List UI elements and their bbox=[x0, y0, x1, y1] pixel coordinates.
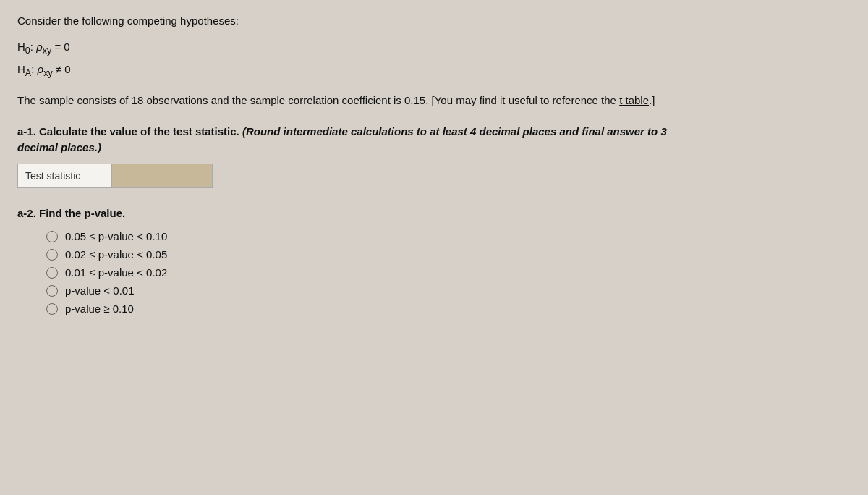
radio-circle-2 bbox=[46, 249, 58, 261]
h0-label: H0: ρxy = 0 bbox=[17, 37, 70, 59]
radio-circle-4 bbox=[46, 285, 58, 297]
a2-main-text: Find the p-value. bbox=[36, 207, 125, 219]
radio-option-3[interactable]: 0.01 ≤ p-value < 0.02 bbox=[46, 266, 668, 279]
question-a2-block: a-2. Find the p-value. 0.05 ≤ p-value < … bbox=[17, 206, 668, 316]
p-value-radio-group: 0.05 ≤ p-value < 0.10 0.02 ≤ p-value < 0… bbox=[46, 230, 668, 315]
question-a1-label-text: a-1. Calculate the value of the test sta… bbox=[17, 124, 668, 156]
radio-label-5: p-value ≥ 0.10 bbox=[65, 302, 134, 315]
a1-prefix: a-1. bbox=[17, 125, 36, 138]
a1-main-text: Calculate the value of the test statisti… bbox=[36, 125, 239, 138]
radio-label-2: 0.02 ≤ p-value < 0.05 bbox=[65, 248, 167, 261]
test-statistic-input[interactable] bbox=[111, 164, 213, 188]
ha-line: HA: ρxy ≠ 0 bbox=[17, 59, 668, 82]
a2-prefix: a-2. bbox=[17, 207, 36, 219]
radio-circle-1 bbox=[46, 231, 58, 242]
question-a1-block: a-1. Calculate the value of the test sta… bbox=[17, 124, 668, 188]
radio-option-1[interactable]: 0.05 ≤ p-value < 0.10 bbox=[46, 230, 668, 242]
main-container: Consider the following competing hypothe… bbox=[17, 14, 668, 315]
test-statistic-label: Test statistic bbox=[17, 164, 111, 188]
radio-option-4[interactable]: p-value < 0.01 bbox=[46, 284, 668, 297]
sample-text-part1: The sample consists of 18 observations a… bbox=[17, 94, 619, 106]
sample-text: The sample consists of 18 observations a… bbox=[17, 93, 668, 109]
radio-option-5[interactable]: p-value ≥ 0.10 bbox=[46, 302, 668, 315]
radio-circle-5 bbox=[46, 303, 58, 315]
a1-bold-label: a-1. Calculate the value of the test sta… bbox=[17, 125, 239, 138]
ha-label: HA: ρxy ≠ 0 bbox=[17, 59, 71, 82]
h0-line: H0: ρxy = 0 bbox=[17, 37, 668, 59]
t-table-link[interactable]: t table bbox=[619, 94, 649, 106]
radio-label-1: 0.05 ≤ p-value < 0.10 bbox=[65, 230, 167, 242]
hypotheses-block: H0: ρxy = 0 HA: ρxy ≠ 0 bbox=[17, 37, 668, 81]
question-a2-label-text: a-2. Find the p-value. bbox=[17, 206, 668, 222]
sample-text-part2: .] bbox=[649, 94, 655, 106]
test-statistic-row: Test statistic bbox=[17, 164, 668, 188]
radio-label-3: 0.01 ≤ p-value < 0.02 bbox=[65, 266, 167, 279]
radio-label-4: p-value < 0.01 bbox=[65, 284, 135, 297]
radio-option-2[interactable]: 0.02 ≤ p-value < 0.05 bbox=[46, 248, 668, 261]
intro-text: Consider the following competing hypothe… bbox=[17, 14, 668, 27]
a2-bold-label: a-2. Find the p-value. bbox=[17, 207, 125, 219]
radio-circle-3 bbox=[46, 267, 58, 279]
